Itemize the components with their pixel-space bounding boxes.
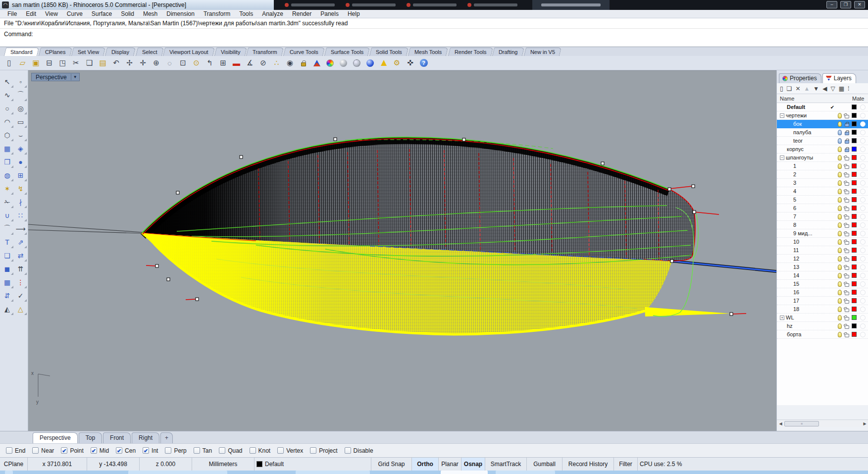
layer-visibility-bulb-icon[interactable]: [838, 113, 842, 118]
curve-blend-icon[interactable]: ⌣: [14, 129, 27, 142]
layer-row-7[interactable]: 7: [777, 212, 868, 221]
osnap-vertex[interactable]: Vertex: [277, 447, 303, 454]
layer-material-icon[interactable]: [860, 264, 866, 270]
osnap-near[interactable]: Near: [32, 447, 54, 454]
viewport-title[interactable]: Perspective ▼: [31, 73, 80, 81]
layer-row-бок[interactable]: бок: [777, 120, 868, 128]
osnap-int[interactable]: ✔Int: [143, 447, 158, 454]
layer-lock-icon[interactable]: [845, 149, 849, 152]
layer-color-swatch[interactable]: [852, 163, 857, 168]
layer-material-icon[interactable]: [860, 138, 866, 144]
polygon-icon[interactable]: ⬡: [1, 129, 14, 142]
status-default[interactable]: Default: [255, 458, 371, 471]
checkbox-quad[interactable]: [219, 447, 225, 454]
layer-name[interactable]: 8: [792, 222, 829, 228]
layer-material-icon[interactable]: [860, 239, 866, 245]
layer-color-swatch[interactable]: [852, 332, 857, 337]
mirror-icon[interactable]: ⇄: [14, 249, 27, 262]
status-cpu-use-2-5-[interactable]: CPU use: 2.5 %: [638, 458, 693, 471]
layer-visibility-bulb-icon[interactable]: [838, 189, 842, 194]
layer-name[interactable]: борта: [785, 331, 829, 337]
zoom-dynamic-icon[interactable]: ◌: [163, 57, 176, 69]
solid-union-icon[interactable]: ◼: [1, 263, 14, 275]
layer-name[interactable]: 6: [792, 205, 829, 211]
viewport-tab-front[interactable]: Front: [103, 432, 131, 443]
cut-icon[interactable]: ✂: [70, 57, 82, 69]
layer-visibility-bulb-icon[interactable]: [838, 138, 842, 144]
panel-tab-properties[interactable]: Properties: [779, 73, 821, 83]
menu-panels[interactable]: Panels: [316, 10, 343, 17]
viewport-layout-icon[interactable]: ⊞: [217, 57, 229, 69]
layer-lock-icon[interactable]: [845, 199, 849, 203]
alert-cone-icon[interactable]: [377, 57, 390, 69]
layer-lock-icon[interactable]: [845, 115, 849, 118]
layer-lock-icon[interactable]: [845, 208, 849, 211]
restore-button[interactable]: ❐: [840, 1, 851, 8]
scale-icon[interactable]: ⇗: [14, 236, 27, 249]
checkbox-end[interactable]: [6, 447, 12, 454]
undo-icon[interactable]: ↶: [110, 57, 122, 69]
layer-material-icon[interactable]: [860, 214, 866, 219]
layer-visibility-bulb-icon[interactable]: [838, 231, 842, 236]
close-button[interactable]: ✕: [854, 1, 865, 8]
status-gumball[interactable]: Gumball: [527, 458, 562, 471]
toolbar-tab-viewport-layout[interactable]: Viewport Layout: [163, 48, 215, 56]
group-icon[interactable]: ∷: [14, 209, 27, 222]
layer-lock-icon[interactable]: [845, 325, 849, 329]
layer-row-1[interactable]: 1: [777, 162, 868, 170]
layer-color-swatch[interactable]: [852, 298, 857, 303]
collapse-icon[interactable]: −: [780, 156, 784, 160]
layer-lock-icon[interactable]: [845, 233, 849, 236]
status-ortho[interactable]: Ortho: [412, 458, 439, 471]
color-wheel-icon[interactable]: [324, 57, 336, 69]
extend-curve-icon[interactable]: ⟶: [14, 222, 27, 235]
move-down-icon[interactable]: ▼: [813, 85, 819, 92]
layer-lock-icon[interactable]: [845, 224, 849, 228]
move-axis-icon[interactable]: ✜: [404, 57, 416, 69]
layer-color-swatch[interactable]: [852, 105, 857, 109]
taskbar-item[interactable]: [496, 471, 555, 474]
layer-lock-icon[interactable]: [845, 266, 849, 270]
control-curve-icon[interactable]: ⌒: [14, 89, 27, 102]
collapse-icon[interactable]: −: [780, 113, 784, 118]
layer-name[interactable]: 11: [792, 247, 829, 253]
render-icon[interactable]: [310, 57, 323, 69]
scrollbar-thumb[interactable]: ≡: [784, 421, 819, 426]
layer-row-15[interactable]: 15: [777, 280, 868, 288]
layer-color-swatch[interactable]: [852, 307, 857, 312]
layer-material-icon[interactable]: [860, 307, 866, 312]
layer-name[interactable]: 12: [792, 256, 829, 262]
layer-color-swatch[interactable]: [852, 147, 857, 152]
layer-name[interactable]: 4: [792, 188, 829, 194]
toolbar-tab-select[interactable]: Select: [135, 48, 163, 56]
toolbar-tab-cplanes[interactable]: CPlanes: [39, 48, 72, 56]
layer-row-5[interactable]: 5: [777, 196, 868, 204]
taskbar-orb[interactable]: [5, 471, 13, 474]
layer-material-icon[interactable]: [860, 290, 866, 295]
print-icon[interactable]: ⊟: [43, 57, 55, 69]
layer-row-4[interactable]: 4: [777, 187, 868, 196]
scroll-right-icon[interactable]: ▶: [861, 421, 868, 426]
layer-row-борта[interactable]: борта: [777, 330, 868, 339]
layer-row-teor[interactable]: teor: [777, 137, 868, 145]
layer-visibility-bulb-icon[interactable]: [838, 298, 842, 304]
layer-color-swatch[interactable]: [852, 256, 857, 261]
viewport-tab-perspective[interactable]: Perspective: [33, 432, 78, 443]
layer-lock-icon[interactable]: [845, 300, 849, 304]
layer-lock-icon[interactable]: [845, 216, 849, 219]
layer-color-swatch[interactable]: [852, 315, 857, 320]
layer-table-icon[interactable]: ▦: [839, 85, 844, 92]
layer-material-icon[interactable]: [860, 281, 866, 287]
layer-row-16[interactable]: 16: [777, 288, 868, 297]
zoom-selected-icon[interactable]: ⊙: [190, 57, 203, 69]
layer-name[interactable]: 1: [792, 163, 829, 169]
new-file-icon[interactable]: ▯: [3, 57, 15, 69]
solid-tools-icon[interactable]: ◭: [1, 303, 14, 316]
layer-visibility-bulb-icon[interactable]: [838, 163, 842, 169]
orient-icon[interactable]: △: [14, 303, 27, 316]
osnap-end[interactable]: End: [6, 447, 25, 454]
save-icon[interactable]: ▣: [30, 57, 42, 69]
layer-material-icon[interactable]: [860, 163, 866, 169]
layer-color-swatch[interactable]: [852, 273, 857, 278]
layer-name[interactable]: 18: [792, 306, 829, 312]
